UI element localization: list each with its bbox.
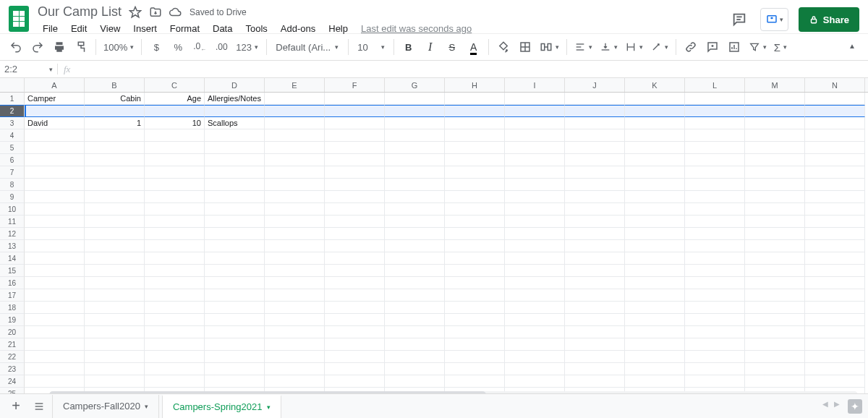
cell-B7[interactable] — [85, 166, 145, 179]
name-box[interactable]: 2:2▾ — [0, 64, 58, 74]
cell-H17[interactable] — [445, 289, 505, 302]
cell-C2[interactable] — [145, 105, 205, 117]
column-header-C[interactable]: C — [145, 78, 205, 92]
cell-E7[interactable] — [265, 166, 325, 179]
cell-F3[interactable] — [325, 117, 385, 129]
cell-E15[interactable] — [265, 265, 325, 277]
cell-G11[interactable] — [385, 216, 445, 228]
cell-L1[interactable] — [685, 93, 745, 105]
cell-N15[interactable] — [805, 265, 865, 277]
cell-L13[interactable] — [685, 240, 745, 252]
cell-E24[interactable] — [265, 375, 325, 388]
cell-I1[interactable] — [505, 93, 565, 105]
cell-G19[interactable] — [385, 314, 445, 326]
cell-I9[interactable] — [505, 191, 565, 203]
cell-K9[interactable] — [625, 191, 685, 203]
cell-F7[interactable] — [325, 166, 385, 179]
cell-N9[interactable] — [805, 191, 865, 203]
cell-I20[interactable] — [505, 326, 565, 338]
cell-M9[interactable] — [745, 191, 805, 203]
row-header-2[interactable]: 2 — [0, 105, 25, 117]
cell-I5[interactable] — [505, 142, 565, 154]
row-header-22[interactable]: 22 — [0, 351, 25, 363]
cell-K16[interactable] — [625, 277, 685, 289]
cell-F15[interactable] — [325, 265, 385, 277]
cell-H10[interactable] — [445, 203, 505, 216]
cell-K7[interactable] — [625, 166, 685, 179]
cell-H21[interactable] — [445, 338, 505, 351]
cell-A20[interactable] — [25, 326, 85, 338]
cell-B23[interactable] — [85, 363, 145, 375]
cell-F13[interactable] — [325, 240, 385, 252]
cell-I8[interactable] — [505, 179, 565, 191]
cell-J1[interactable] — [565, 93, 625, 105]
column-header-A[interactable]: A — [25, 78, 85, 92]
cell-H20[interactable] — [445, 326, 505, 338]
cell-A24[interactable] — [25, 375, 85, 388]
cell-E5[interactable] — [265, 142, 325, 154]
cell-M8[interactable] — [745, 179, 805, 191]
cell-L16[interactable] — [685, 277, 745, 289]
cell-F9[interactable] — [325, 191, 385, 203]
cell-I6[interactable] — [505, 154, 565, 166]
cell-E4[interactable] — [265, 129, 325, 142]
horizontal-align-button[interactable]: ▾ — [571, 41, 595, 53]
cell-D11[interactable] — [205, 216, 265, 228]
row-header-17[interactable]: 17 — [0, 289, 25, 302]
cell-H4[interactable] — [445, 129, 505, 142]
cell-E18[interactable] — [265, 302, 325, 314]
cell-C18[interactable] — [145, 302, 205, 314]
cell-I23[interactable] — [505, 363, 565, 375]
cell-K2[interactable] — [625, 105, 685, 117]
cell-K1[interactable] — [625, 93, 685, 105]
row-header-9[interactable]: 9 — [0, 191, 25, 203]
cell-F1[interactable] — [325, 93, 385, 105]
cell-H3[interactable] — [445, 117, 505, 129]
cell-M24[interactable] — [745, 375, 805, 388]
cell-H9[interactable] — [445, 191, 505, 203]
cell-F24[interactable] — [325, 375, 385, 388]
cell-B9[interactable] — [85, 191, 145, 203]
cell-F18[interactable] — [325, 302, 385, 314]
cell-I22[interactable] — [505, 351, 565, 363]
cell-C5[interactable] — [145, 142, 205, 154]
cell-F11[interactable] — [325, 216, 385, 228]
cell-L17[interactable] — [685, 289, 745, 302]
cell-K6[interactable] — [625, 154, 685, 166]
cell-B19[interactable] — [85, 314, 145, 326]
cell-G22[interactable] — [385, 351, 445, 363]
cell-B4[interactable] — [85, 129, 145, 142]
cell-L19[interactable] — [685, 314, 745, 326]
cell-E10[interactable] — [265, 203, 325, 216]
cell-E2[interactable] — [265, 105, 325, 117]
cell-G20[interactable] — [385, 326, 445, 338]
cell-N21[interactable] — [805, 338, 865, 351]
cell-C15[interactable] — [145, 265, 205, 277]
insert-comment-button[interactable] — [702, 37, 723, 57]
cell-A2[interactable] — [25, 105, 85, 117]
cell-K13[interactable] — [625, 240, 685, 252]
filter-button[interactable]: ▾ — [746, 41, 770, 53]
cell-A21[interactable] — [25, 338, 85, 351]
cell-K15[interactable] — [625, 265, 685, 277]
cell-J17[interactable] — [565, 289, 625, 302]
cell-K8[interactable] — [625, 179, 685, 191]
comments-icon[interactable] — [728, 9, 750, 30]
cell-F10[interactable] — [325, 203, 385, 216]
cell-M10[interactable] — [745, 203, 805, 216]
cell-M16[interactable] — [745, 277, 805, 289]
cell-E8[interactable] — [265, 179, 325, 191]
cell-I16[interactable] — [505, 277, 565, 289]
cell-L22[interactable] — [685, 351, 745, 363]
cell-K24[interactable] — [625, 375, 685, 388]
cell-H6[interactable] — [445, 154, 505, 166]
column-header-F[interactable]: F — [325, 78, 385, 92]
cell-N12[interactable] — [805, 228, 865, 240]
column-header-I[interactable]: I — [505, 78, 565, 92]
cell-M6[interactable] — [745, 154, 805, 166]
row-header-1[interactable]: 1 — [0, 93, 25, 105]
share-button[interactable]: Share — [799, 7, 859, 32]
row-header-18[interactable]: 18 — [0, 302, 25, 314]
row-header-3[interactable]: 3 — [0, 117, 25, 129]
row-header-21[interactable]: 21 — [0, 338, 25, 351]
